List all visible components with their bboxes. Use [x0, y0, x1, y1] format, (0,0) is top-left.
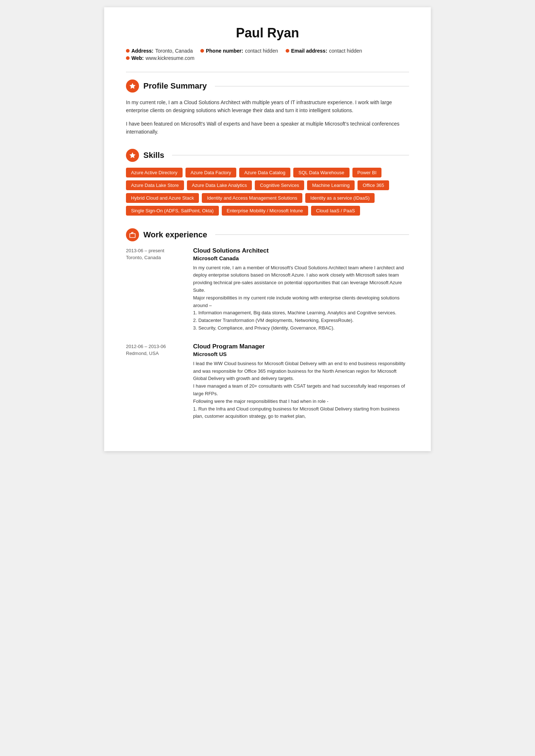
work-icon: [126, 228, 139, 241]
profile-icon: [126, 79, 139, 93]
header-divider: [126, 72, 409, 72]
job-description-paragraph: Major responsibilities in my current rol…: [193, 294, 409, 332]
skills-star-icon: [129, 152, 136, 159]
contact-dot: [126, 56, 130, 60]
profile-section-title: Profile Summary: [143, 81, 207, 91]
work-entry: 2013-06 – presentToronto, CanadaCloud So…: [126, 247, 409, 332]
contact-label: Web:: [131, 55, 144, 61]
skill-tag: Cloud IaaS / PaaS: [311, 206, 360, 216]
contact-value: www.kickresume.com: [146, 55, 195, 61]
skills-section-title: Skills: [143, 151, 164, 160]
skill-tag: Power BI: [352, 168, 382, 177]
contact-dot: [286, 49, 289, 53]
contact-item: Phone number:contact hidden: [200, 48, 278, 54]
work-details: Cloud Program ManagerMicrosoft USI lead …: [193, 343, 409, 420]
contact-label: Phone number:: [206, 48, 243, 54]
resume-container: Paul Ryan Address:Toronto, CanadaPhone n…: [104, 7, 431, 451]
contact-label: Email address:: [291, 48, 327, 54]
work-details: Cloud Solutions ArchitectMicrosoft Canad…: [193, 247, 409, 332]
skill-tag: Identity as a service (IDaaS): [305, 193, 375, 203]
candidate-name: Paul Ryan: [126, 25, 409, 41]
work-dates: 2012-06 – 2013-06: [126, 344, 166, 349]
contact-item: Web:www.kickresume.com: [126, 55, 195, 61]
work-location: Redmond, USA: [126, 351, 159, 356]
skill-tag: Azure Active Directory: [126, 168, 183, 177]
skill-tag: Machine Learning: [307, 180, 355, 190]
company-name: Microsoft Canada: [193, 255, 409, 261]
contact-info: Address:Toronto, CanadaPhone number:cont…: [126, 48, 409, 61]
work-date-location: 2013-06 – presentToronto, Canada: [126, 247, 182, 332]
contact-value: Toronto, Canada: [155, 48, 193, 54]
job-description-paragraph: Following were the major responsibilitie…: [193, 398, 409, 420]
skill-tag: Azure Data Catalog: [239, 168, 290, 177]
skill-tag: Enterprise Mobility / Microsoft Intune: [222, 206, 308, 216]
skill-tag: Office 365: [358, 180, 389, 190]
skills-icon: [126, 149, 139, 162]
work-section: Work experience 2013-06 – presentToronto…: [126, 228, 409, 421]
contact-value: contact hidden: [245, 48, 278, 54]
work-section-title: Work experience: [143, 230, 207, 240]
contact-value: contact hidden: [329, 48, 362, 54]
profile-paragraph: In my current role, I am a Cloud Solutio…: [126, 98, 409, 115]
skills-section: Skills Azure Active DirectoryAzure Data …: [126, 149, 409, 216]
job-description-paragraph: In my current role, I am a member of Mic…: [193, 264, 409, 294]
contact-dot: [200, 49, 204, 53]
skills-tags-container: Azure Active DirectoryAzure Data Factory…: [126, 168, 409, 216]
contact-line-2: Web:www.kickresume.com: [126, 55, 409, 61]
work-section-line: [215, 234, 409, 235]
skill-tag: SQL Data Warehouse: [293, 168, 349, 177]
work-section-header: Work experience: [126, 228, 409, 241]
profile-paragraph: I have been featured on Microsoft's Wall…: [126, 120, 409, 136]
profile-section-header: Profile Summary: [126, 79, 409, 93]
skills-section-header: Skills: [126, 149, 409, 162]
skills-section-line: [172, 155, 409, 155]
profile-section: Profile Summary In my current role, I am…: [126, 79, 409, 136]
briefcase-icon: [129, 231, 136, 238]
contact-label: Address:: [131, 48, 154, 54]
skill-tag: Identity and Access Management Solutions: [202, 193, 302, 203]
skill-tag: Single Sign-On (ADFS, SailPoint, Okta): [126, 206, 219, 216]
work-location: Toronto, Canada: [126, 255, 161, 260]
job-title: Cloud Solutions Architect: [193, 247, 409, 254]
work-date-location: 2012-06 – 2013-06Redmond, USA: [126, 343, 182, 420]
job-title: Cloud Program Manager: [193, 343, 409, 350]
skill-tag: Cognitive Services: [255, 180, 304, 190]
star-icon: [129, 82, 136, 90]
work-dates: 2013-06 – present: [126, 248, 164, 253]
company-name: Microsoft US: [193, 351, 409, 357]
skill-tag: Azure Data Lake Analytics: [187, 180, 252, 190]
contact-dot: [126, 49, 130, 53]
skill-tag: Azure Data Factory: [185, 168, 236, 177]
work-entries-container: 2013-06 – presentToronto, CanadaCloud So…: [126, 247, 409, 421]
work-entry: 2012-06 – 2013-06Redmond, USACloud Progr…: [126, 343, 409, 420]
contact-item: Email address:contact hidden: [286, 48, 362, 54]
skill-tag: Azure Data Lake Store: [126, 180, 184, 190]
contact-line-1: Address:Toronto, CanadaPhone number:cont…: [126, 48, 409, 54]
contact-item: Address:Toronto, Canada: [126, 48, 193, 54]
skill-tag: Hybrid Cloud and Azure Stack: [126, 193, 199, 203]
profile-section-line: [215, 86, 409, 86]
job-description-paragraph: I lead the WW Cloud business for Microso…: [193, 360, 409, 398]
profile-paragraphs: In my current role, I am a Cloud Solutio…: [126, 98, 409, 136]
